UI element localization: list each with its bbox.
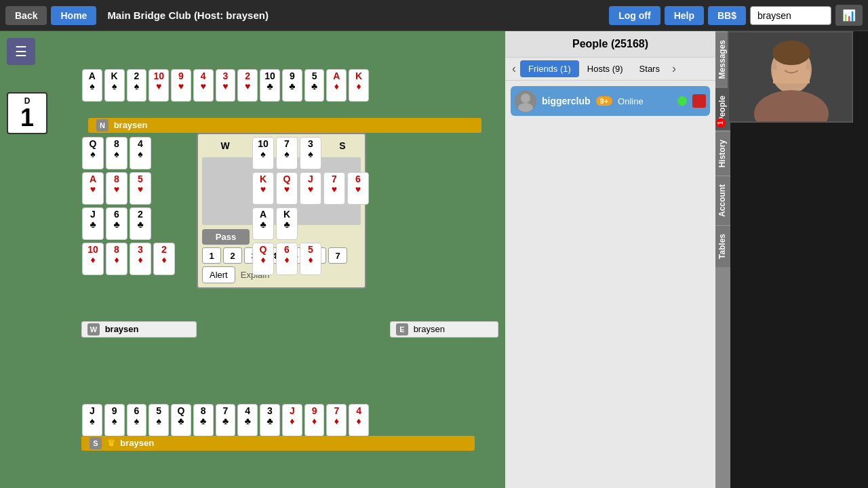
east-player-label: E braysen	[390, 321, 498, 338]
west-hand-row: Q♠8♠4♠	[81, 136, 176, 170]
card-10-spade[interactable]: 10♠	[252, 137, 274, 169]
username-input[interactable]	[750, 6, 831, 25]
card-J-heart[interactable]: J♥	[300, 172, 321, 205]
card-K-club[interactable]: K♣	[276, 207, 298, 240]
card-7-diamond[interactable]: 7♦	[326, 404, 347, 436]
tabs-prev-button[interactable]: ‹	[508, 60, 520, 77]
east-hand-row: 10♠7♠3♠	[252, 136, 370, 170]
card-Q-diamond[interactable]: Q♦	[252, 243, 274, 275]
card-4-spade[interactable]: 4♠	[130, 137, 151, 169]
card-3-club[interactable]: 3♣	[260, 404, 280, 436]
svg-point-1	[518, 103, 533, 112]
card-8-spade[interactable]: 8♠	[106, 137, 127, 169]
card-2-spade[interactable]: 2♠	[127, 69, 147, 102]
person-name: biggerclub	[542, 96, 591, 106]
card-K-heart[interactable]: K♥	[252, 172, 274, 205]
south-position-indicator: S	[90, 437, 102, 449]
card-A-club[interactable]: A♣	[252, 207, 274, 240]
pass-button[interactable]: Pass	[202, 229, 250, 245]
card-J-club[interactable]: J♣	[82, 207, 104, 240]
card-4-diamond[interactable]: 4♦	[349, 404, 369, 436]
west-player-label: W braysen	[81, 321, 197, 338]
bid-2-button[interactable]: 2	[223, 247, 242, 264]
card-Q-heart[interactable]: Q♥	[276, 172, 298, 205]
tables-tab[interactable]: Tables	[715, 225, 730, 267]
card-Q-club[interactable]: Q♣	[171, 404, 191, 436]
help-button[interactable]: Help	[665, 6, 704, 25]
card-K-diamond[interactable]: K♦	[349, 69, 369, 102]
avatar	[515, 90, 536, 112]
card-9-spade[interactable]: 9♠	[104, 404, 125, 436]
card-5-spade[interactable]: 5♠	[149, 404, 169, 436]
crown-icon: ♛	[107, 438, 115, 448]
card-4-club[interactable]: 4♣	[237, 404, 258, 436]
card-2-diamond[interactable]: 2♦	[153, 243, 175, 275]
card-K-spade[interactable]: K♠	[104, 69, 125, 102]
south-hand: J♠9♠6♠5♠Q♣8♣7♣4♣3♣J♦9♦7♦4♦	[81, 403, 370, 437]
alert-button[interactable]: Alert	[202, 266, 235, 283]
card-J-diamond[interactable]: J♦	[282, 404, 302, 436]
east-hand-row: Q♦6♦5♦	[252, 242, 370, 276]
card-A-spade[interactable]: A♠	[82, 69, 102, 102]
card-10-diamond[interactable]: 10♦	[82, 243, 104, 275]
card-6-heart[interactable]: 6♥	[347, 172, 369, 205]
card-A-heart[interactable]: A♥	[82, 172, 104, 205]
menu-icon[interactable]: 📊	[835, 5, 863, 26]
west-player-name: braysen	[105, 324, 139, 334]
hamburger-menu-button[interactable]: ☰	[7, 38, 35, 65]
north-player-name: braysen	[114, 120, 148, 130]
logoff-button[interactable]: Log off	[609, 6, 660, 25]
card-4-heart[interactable]: 4♥	[193, 69, 214, 102]
card-7-club[interactable]: 7♣	[216, 404, 236, 436]
tab-friends[interactable]: Friends (1)	[520, 60, 579, 77]
card-5-diamond[interactable]: 5♦	[300, 243, 321, 275]
card-3-diamond[interactable]: 3♦	[130, 243, 151, 275]
people-badge: 1	[716, 119, 726, 128]
card-7-spade[interactable]: 7♠	[276, 137, 298, 169]
west-hand: Q♠8♠4♠A♥8♥5♥J♣6♣2♣10♦8♦3♦2♦	[81, 136, 176, 277]
bid-1-button[interactable]: 1	[202, 247, 221, 264]
card-5-heart[interactable]: 5♥	[130, 172, 151, 205]
online-indicator	[677, 96, 687, 106]
card-10-heart[interactable]: 10♥	[149, 69, 169, 102]
svg-point-8	[772, 41, 810, 65]
home-button[interactable]: Home	[51, 6, 96, 25]
card-3-heart[interactable]: 3♥	[216, 69, 236, 102]
west-hand-row: J♣6♣2♣	[81, 207, 176, 241]
north-player-label: N braysen	[88, 118, 481, 133]
card-8-club[interactable]: 8♣	[193, 404, 214, 436]
card-3-spade[interactable]: 3♠	[300, 137, 321, 169]
card-A-diamond[interactable]: A♦	[326, 69, 347, 102]
dealer-number: 1	[11, 106, 43, 130]
card-6-diamond[interactable]: 6♦	[276, 243, 298, 275]
card-5-club[interactable]: 5♣	[304, 69, 325, 102]
tabs-next-button[interactable]: ›	[668, 60, 680, 77]
account-tab[interactable]: Account	[715, 176, 730, 225]
back-button[interactable]: Back	[5, 6, 47, 25]
history-tab[interactable]: History	[715, 131, 730, 176]
card-9-diamond[interactable]: 9♦	[304, 404, 325, 436]
card-2-club[interactable]: 2♣	[130, 207, 151, 240]
svg-rect-5	[773, 70, 810, 83]
bbs-button[interactable]: BB$	[708, 6, 746, 25]
card-9-heart[interactable]: 9♥	[171, 69, 191, 102]
card-J-spade[interactable]: J♠	[82, 404, 102, 436]
svg-point-3	[754, 90, 829, 123]
card-6-spade[interactable]: 6♠	[127, 404, 147, 436]
card-8-heart[interactable]: 8♥	[106, 172, 127, 205]
card-Q-spade[interactable]: Q♠	[82, 137, 104, 169]
card-9-club[interactable]: 9♣	[282, 69, 302, 102]
card-10-club[interactable]: 10♣	[260, 69, 280, 102]
card-2-heart[interactable]: 2♥	[237, 69, 258, 102]
bid-col-w: W	[202, 138, 248, 153]
card-6-club[interactable]: 6♣	[106, 207, 127, 240]
block-button[interactable]	[692, 94, 706, 108]
card-7-heart[interactable]: 7♥	[323, 172, 345, 205]
card-8-diamond[interactable]: 8♦	[106, 243, 127, 275]
svg-point-0	[521, 94, 530, 103]
east-hand-row: K♥Q♥J♥7♥6♥	[252, 171, 370, 205]
tab-hosts[interactable]: Hosts (9)	[579, 60, 631, 77]
tab-stars[interactable]: Stars	[631, 60, 668, 77]
person-item[interactable]: biggerclub 9+ Online	[511, 86, 710, 116]
person-level-badge: 9+	[596, 96, 613, 106]
